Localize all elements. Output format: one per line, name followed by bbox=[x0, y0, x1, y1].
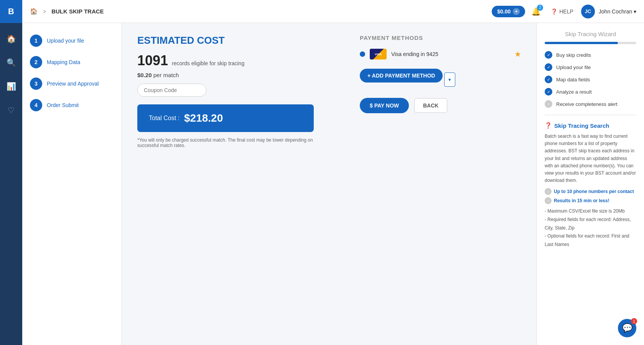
right-panel: Skip Tracing Wizard ✓ Buy skip credits ✓… bbox=[537, 23, 644, 345]
breadcrumb-separator: > bbox=[43, 8, 46, 15]
search-note-3: - Optional fields for each record: First… bbox=[545, 232, 636, 249]
back-button[interactable]: BACK bbox=[414, 98, 447, 113]
search-feature-1: ○ Up to 10 phone numbers per contact bbox=[545, 188, 636, 195]
wizard-check-1: ✓ bbox=[545, 51, 552, 59]
balance-amount: $0.00 bbox=[497, 8, 511, 15]
top-header: 🏠 > BULK SKIP TRACE $0.00 + 🔔 2 ❓ HELP J… bbox=[22, 0, 644, 23]
step-3[interactable]: 3 Preview and Approval bbox=[30, 78, 114, 90]
wizard-check-5: ○ bbox=[545, 100, 552, 108]
per-match-label: per match bbox=[153, 72, 179, 78]
feature-label-2: Results in 15 min or less! bbox=[554, 198, 609, 203]
records-line: 1091 records eligible for skip tracing bbox=[137, 53, 314, 69]
payment-radio[interactable] bbox=[360, 51, 365, 57]
notification-count: 2 bbox=[537, 5, 543, 11]
user-avatar: JC bbox=[581, 5, 595, 18]
add-payment-label: + ADD PAYMENT METHOD bbox=[367, 73, 435, 79]
sidebar-nav: 🏠 🔍 📊 ♡ bbox=[3, 31, 19, 118]
main-body: ESTIMATED COST 1091 records eligible for… bbox=[137, 35, 521, 148]
wizard-check-4: ✓ bbox=[545, 88, 552, 96]
wizard-step-1: ✓ Buy skip credits bbox=[545, 51, 636, 59]
chevron-down-icon: ▾ bbox=[634, 8, 636, 15]
page-content: ESTIMATED COST 1091 records eligible for… bbox=[122, 23, 537, 345]
panel-divider bbox=[545, 115, 636, 115]
step-4[interactable]: 4 Order Submit bbox=[30, 99, 114, 111]
question-icon: ❓ bbox=[545, 122, 552, 129]
wizard-progress-bar bbox=[545, 42, 636, 44]
card-number-text: Visa ending in 9425 bbox=[391, 51, 510, 57]
search-notes: - Maximum CSV/Excel file size is 20Mb - … bbox=[545, 207, 636, 249]
wizard-step-label-1: Buy skip credits bbox=[556, 52, 591, 58]
pay-now-button[interactable]: $ PAY NOW bbox=[360, 98, 409, 113]
notifications-button[interactable]: 🔔 2 bbox=[529, 5, 543, 18]
help-label: HELP bbox=[559, 8, 573, 15]
search-feature-2: ○ Results in 15 min or less! bbox=[545, 197, 636, 204]
search-note-2: - Required fields for each record: Addre… bbox=[545, 216, 636, 232]
step-3-label: Preview and Approval bbox=[47, 81, 99, 87]
feature-check-1: ○ bbox=[545, 188, 552, 195]
per-match-line: $0.20 per match bbox=[137, 72, 314, 78]
estimated-cost-title: ESTIMATED COST bbox=[137, 35, 314, 46]
wizard-step-label-5: Receive completeness alert bbox=[556, 101, 618, 107]
disclaimer-text: *You will only be charged successful mat… bbox=[137, 137, 314, 148]
chat-icon: 💬 bbox=[622, 323, 632, 333]
action-buttons: $ PAY NOW BACK bbox=[360, 98, 521, 113]
search-note-1: - Maximum CSV/Excel file size is 20Mb bbox=[545, 207, 636, 216]
breadcrumb-title: BULK SKIP TRACE bbox=[51, 8, 104, 15]
step-1-circle: 1 bbox=[30, 35, 42, 47]
search-box-desc: Batch search is a fast way to find curre… bbox=[545, 133, 636, 184]
feature-check-2: ○ bbox=[545, 197, 552, 204]
price-per-match: $0.20 bbox=[137, 72, 152, 78]
step-2-label: Mapping Data bbox=[47, 59, 80, 65]
payment-title: PAYMENT METHODS bbox=[360, 35, 521, 41]
estimated-cost-section: ESTIMATED COST 1091 records eligible for… bbox=[137, 35, 314, 148]
user-name-text: John Cochran bbox=[599, 8, 632, 15]
add-payment-button[interactable]: + ADD PAYMENT METHOD bbox=[360, 69, 443, 83]
wizard-step-2: ✓ Upload your file bbox=[545, 63, 636, 71]
visa-card-icon: VISA bbox=[370, 49, 387, 59]
step-4-label: Order Submit bbox=[47, 102, 79, 108]
records-count: 1091 bbox=[137, 53, 168, 69]
search-box-title-text: Skip Tracing Search bbox=[554, 122, 609, 129]
user-name[interactable]: John Cochran ▾ bbox=[599, 8, 636, 15]
help-circle-icon: ❓ bbox=[551, 8, 557, 15]
app-logo[interactable]: B bbox=[0, 0, 22, 23]
search-box-title: ❓ Skip Tracing Search bbox=[545, 122, 636, 129]
wizard-step-label-4: Analyze a result bbox=[556, 89, 592, 95]
step-3-circle: 3 bbox=[30, 78, 42, 90]
pay-now-label: $ PAY NOW bbox=[370, 102, 399, 109]
sidebar-item-favorites[interactable]: ♡ bbox=[3, 102, 19, 118]
step-1[interactable]: 1 Upload your file bbox=[30, 35, 114, 47]
total-cost-label: Total Cost : bbox=[149, 115, 180, 122]
help-button[interactable]: ❓ HELP bbox=[547, 8, 577, 15]
wizard-step-4: ✓ Analyze a result bbox=[545, 88, 636, 96]
step-1-label: Upload your file bbox=[47, 38, 84, 44]
feature-label-1: Up to 10 phone numbers per contact bbox=[554, 189, 634, 194]
payment-section: PAYMENT METHODS VISA Visa ending in 9425… bbox=[360, 35, 521, 148]
wizard-check-2: ✓ bbox=[545, 63, 552, 71]
total-cost-box: Total Cost : $218.20 bbox=[137, 104, 314, 132]
sidebar-item-chart[interactable]: 📊 bbox=[3, 78, 19, 94]
wizard-step-label-2: Upload your file bbox=[556, 64, 591, 70]
sidebar-item-search[interactable]: 🔍 bbox=[3, 54, 19, 71]
sidebar-item-home[interactable]: 🏠 bbox=[3, 31, 19, 47]
add-payment-dropdown-button[interactable]: ▾ bbox=[444, 73, 455, 87]
total-cost-value: $218.20 bbox=[184, 112, 223, 124]
home-icon[interactable]: 🏠 bbox=[30, 8, 38, 15]
wizard-title: Skip Tracing Wizard bbox=[545, 31, 636, 37]
chat-button[interactable]: 💬 1 bbox=[618, 319, 636, 337]
content-area: 1 Upload your file 2 Mapping Data 3 Prev… bbox=[22, 23, 644, 345]
star-icon[interactable]: ★ bbox=[514, 50, 521, 59]
wizard-step-label-3: Map data fields bbox=[556, 77, 590, 83]
step-2[interactable]: 2 Mapping Data bbox=[30, 56, 114, 68]
balance-badge[interactable]: $0.00 + bbox=[492, 6, 525, 17]
steps-sidebar: 1 Upload your file 2 Mapping Data 3 Prev… bbox=[22, 23, 122, 345]
coupon-input[interactable] bbox=[137, 84, 206, 97]
wizard-check-3: ✓ bbox=[545, 76, 552, 83]
step-4-circle: 4 bbox=[30, 99, 42, 111]
sidebar: B 🏠 🔍 📊 ♡ bbox=[0, 0, 22, 345]
wizard-progress-fill bbox=[545, 42, 618, 44]
add-credits-icon[interactable]: + bbox=[513, 8, 520, 15]
chat-notification-badge: 1 bbox=[631, 318, 637, 324]
payment-method-row[interactable]: VISA Visa ending in 9425 ★ bbox=[360, 49, 521, 59]
wizard-step-5: ○ Receive completeness alert bbox=[545, 100, 636, 108]
